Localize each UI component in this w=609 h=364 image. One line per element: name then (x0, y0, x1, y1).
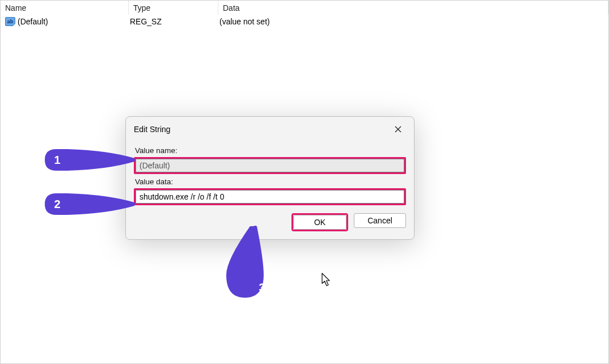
cursor-icon (322, 273, 332, 287)
column-header-name[interactable]: Name (1, 1, 129, 15)
column-header-type[interactable]: Type (129, 1, 218, 15)
table-row[interactable]: (Default) REG_SZ (value not set) (1, 15, 608, 28)
annotation-callout-3: 3 (219, 225, 304, 299)
annotation-number: 1 (47, 150, 67, 170)
annotation-highlight-value-name (134, 157, 406, 174)
row-data: (value not set) (218, 17, 608, 26)
row-name: (Default) (18, 17, 48, 26)
value-name-input[interactable] (136, 159, 404, 172)
cancel-button[interactable]: Cancel (354, 213, 406, 228)
column-header-row: Name Type Data (1, 1, 608, 15)
reg-string-icon (5, 17, 15, 26)
close-button[interactable] (389, 121, 407, 137)
edit-string-dialog: Edit String Value name: Value data: OK C… (125, 116, 415, 240)
annotation-number: 2 (47, 194, 67, 214)
value-data-label: Value data: (135, 177, 406, 186)
annotation-callout-1: 1 (45, 147, 136, 173)
value-data-input[interactable] (136, 190, 404, 204)
annotation-callout-2: 2 (45, 191, 136, 217)
annotation-number: 3 (252, 277, 272, 298)
row-type: REG_SZ (129, 17, 218, 26)
dialog-title: Edit String (134, 125, 171, 134)
close-icon (395, 126, 401, 133)
annotation-highlight-value-data (134, 188, 406, 205)
value-name-label: Value name: (135, 146, 406, 155)
column-header-data[interactable]: Data (218, 1, 608, 15)
